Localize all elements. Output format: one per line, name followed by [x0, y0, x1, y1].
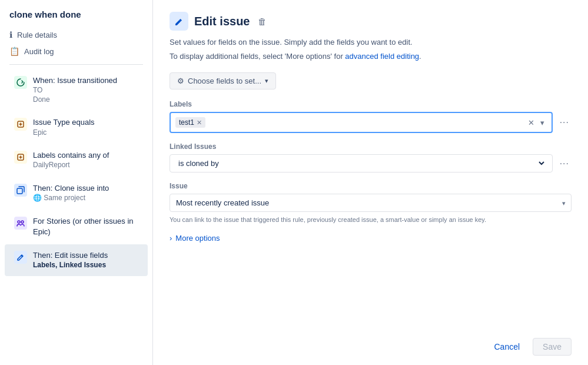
linked-issues-select[interactable]: is cloned by blocks is blocked by clones… — [176, 158, 546, 168]
linked-issues-more-button[interactable]: ··· — [557, 156, 572, 171]
labels-dropdown-controls: ✕ ▾ — [526, 117, 547, 128]
sidebar-title: clone when done — [0, 9, 152, 26]
linked-issues-field-label: Linked Issues — [170, 142, 572, 151]
page-title: Edit issue — [194, 15, 250, 28]
choose-fields-button[interactable]: ⚙ Choose fields to set... ▾ — [170, 72, 276, 89]
sidebar: clone when done ℹ Rule details 📋 Audit l… — [0, 0, 153, 365]
clear-labels-icon[interactable]: ✕ — [526, 117, 537, 128]
svg-rect-2 — [17, 188, 22, 194]
issue-select[interactable]: Most recently created issue Issue that t… — [170, 194, 572, 212]
for-stories-icon — [14, 217, 27, 230]
tag-remove-button[interactable]: ✕ — [197, 119, 202, 127]
svg-point-4 — [21, 221, 24, 223]
description-2: To display additional fields, select 'Mo… — [170, 51, 572, 62]
description-2-suffix: . — [419, 52, 421, 61]
linked-issues-field-section: Linked Issues is cloned by blocks is blo… — [170, 142, 572, 172]
clipboard-icon: 📋 — [9, 47, 19, 56]
sidebar-item-clone-issue[interactable]: Then: Clone issue into 🌐 Same project — [5, 177, 148, 209]
labels-more-button[interactable]: ··· — [557, 115, 572, 130]
labels-contains-icon — [14, 151, 27, 164]
sidebar-item-for-stories[interactable]: For Stories (or other issues in Epic) — [5, 210, 148, 243]
linked-issues-field-row: is cloned by blocks is blocked by clones… — [170, 154, 572, 172]
gear-icon: ⚙ — [177, 77, 184, 85]
label-tag-test1: test1 ✕ — [175, 117, 205, 128]
more-options-chevron-icon: › — [170, 234, 172, 243]
labels-contains-text: Labels contains any of DailyReport — [33, 150, 109, 170]
edit-icon — [170, 12, 188, 31]
linked-issues-select-wrapper[interactable]: is cloned by blocks is blocked by clones… — [170, 154, 553, 172]
main-panel: Edit issue 🗑 Set values for fields on th… — [153, 0, 588, 365]
chevron-down-icon: ▾ — [265, 77, 268, 85]
edit-issue-fields-text: Then: Edit issue fields Labels, Linked I… — [33, 250, 108, 270]
save-button[interactable]: Save — [533, 338, 572, 356]
issue-select-wrapper: Most recently created issue Issue that t… — [170, 194, 572, 212]
svg-point-3 — [18, 221, 20, 223]
main-header: Edit issue 🗑 — [170, 12, 572, 31]
labels-text-input[interactable] — [208, 118, 526, 127]
sidebar-item-labels-contains[interactable]: Labels contains any of DailyReport — [5, 144, 148, 176]
for-stories-text: For Stories (or other issues in Epic) — [33, 216, 138, 237]
labels-field-row: test1 ✕ ✕ ▾ ··· — [170, 112, 572, 133]
issue-field-section: Issue Most recently created issue Issue … — [170, 182, 572, 224]
open-labels-dropdown-icon[interactable]: ▾ — [538, 117, 547, 128]
clone-issue-icon — [14, 184, 27, 197]
labels-field-label: Labels — [170, 100, 572, 108]
issue-field-label: Issue — [170, 182, 572, 190]
nav-rule-details-label: Rule details — [17, 31, 57, 39]
sidebar-item-issue-type[interactable]: Issue Type equals Epic — [5, 111, 148, 143]
sidebar-nav-audit-log[interactable]: 📋 Audit log — [0, 43, 152, 59]
choose-fields-label: Choose fields to set... — [188, 77, 261, 85]
sidebar-divider — [9, 64, 143, 65]
info-icon: ℹ — [9, 30, 12, 39]
nav-audit-log-label: Audit log — [24, 47, 54, 56]
sidebar-item-edit-issue-fields[interactable]: Then: Edit issue fields Labels, Linked I… — [5, 244, 148, 276]
tag-text: test1 — [179, 118, 194, 127]
edit-issue-fields-icon — [14, 251, 27, 264]
when-transitioned-icon — [14, 76, 27, 89]
issue-type-icon — [14, 118, 27, 131]
more-options-toggle[interactable]: › More options — [170, 234, 572, 243]
when-transitioned-text: When: Issue transitioned TODone — [33, 75, 117, 104]
more-options-label: More options — [175, 234, 220, 243]
sidebar-item-when-transitioned[interactable]: When: Issue transitioned TODone — [5, 69, 148, 110]
issue-type-text: Issue Type equals Epic — [33, 117, 95, 137]
labels-input-wrapper[interactable]: test1 ✕ ✕ ▾ — [170, 112, 553, 133]
issue-hint-text: You can link to the issue that triggered… — [170, 215, 572, 224]
footer-actions: Cancel Save — [487, 338, 572, 356]
description-1: Set values for fields on the issue. Simp… — [170, 36, 572, 48]
sidebar-nav-rule-details[interactable]: ℹ Rule details — [0, 26, 152, 43]
description-2-prefix: To display additional fields, select 'Mo… — [170, 52, 345, 61]
cancel-button[interactable]: Cancel — [487, 339, 527, 355]
trash-icon[interactable]: 🗑 — [258, 16, 267, 26]
labels-field-section: Labels test1 ✕ ✕ ▾ ··· — [170, 100, 572, 133]
clone-issue-text: Then: Clone issue into 🌐 Same project — [33, 183, 109, 203]
advanced-field-editing-link[interactable]: advanced field editing — [345, 52, 419, 61]
